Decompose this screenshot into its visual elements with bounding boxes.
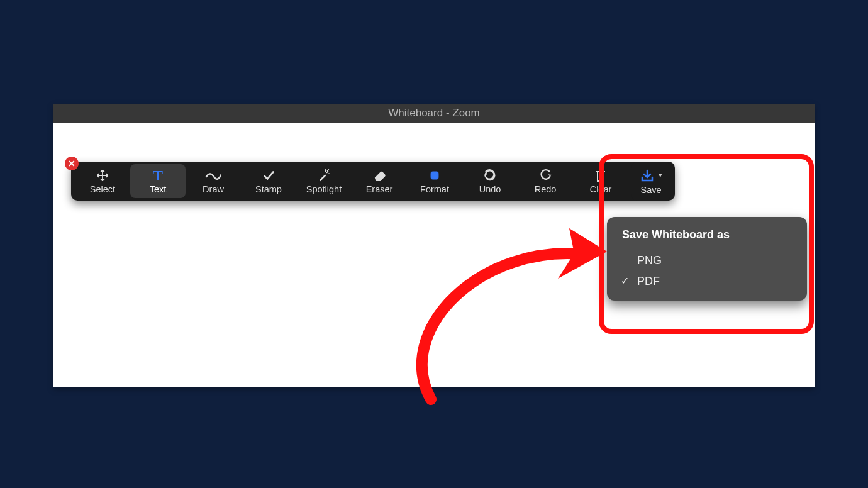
tool-label: Eraser	[366, 185, 393, 194]
option-label: PNG	[637, 254, 662, 267]
save-option-png[interactable]: PNG	[616, 250, 798, 271]
dropdown-title: Save Whiteboard as	[616, 228, 798, 241]
tool-label: Spotlight	[306, 185, 342, 194]
whiteboard-window: Whiteboard - Zoom ✕ Select T	[53, 104, 815, 387]
tool-label: Select	[90, 185, 115, 194]
check-icon: ✓	[621, 275, 629, 287]
chevron-down-icon[interactable]: ▾	[659, 171, 662, 179]
format-icon	[428, 168, 442, 183]
tool-label: Save	[640, 185, 661, 195]
option-label: PDF	[637, 275, 660, 287]
save-dropdown: Save Whiteboard as PNG ✓ PDF	[607, 217, 807, 301]
tool-label: Draw	[203, 185, 224, 194]
download-icon	[640, 169, 655, 182]
whiteboard-canvas[interactable]: ✕ Select T Text	[53, 123, 815, 387]
tool-label: Stamp	[255, 185, 282, 194]
tool-label: Redo	[535, 185, 557, 194]
save-tool-group: ▾ Save	[631, 162, 671, 201]
tool-label: Clear	[590, 185, 612, 194]
spotlight-icon	[317, 168, 331, 183]
text-tool[interactable]: T Text	[130, 164, 186, 198]
select-tool[interactable]: Select	[75, 162, 130, 201]
tool-label: Undo	[479, 185, 501, 194]
svg-text:T: T	[153, 168, 163, 183]
svg-rect-1	[431, 172, 439, 180]
tool-label: Format	[420, 185, 449, 194]
window-title: Whiteboard - Zoom	[388, 107, 480, 119]
eraser-tool[interactable]: Eraser	[352, 162, 407, 201]
spotlight-tool[interactable]: Spotlight	[296, 162, 352, 201]
trash-icon	[594, 168, 607, 183]
text-icon: T	[150, 168, 165, 183]
tool-label: Text	[150, 185, 167, 194]
move-icon	[96, 168, 109, 183]
annotation-arrow	[355, 217, 620, 406]
draw-icon	[205, 168, 221, 183]
redo-icon	[538, 168, 552, 183]
eraser-icon	[372, 168, 386, 183]
save-button[interactable]: ▾ Save	[631, 162, 671, 201]
format-tool[interactable]: Format	[407, 162, 462, 201]
draw-tool[interactable]: Draw	[186, 162, 241, 201]
undo-icon	[483, 168, 497, 183]
window-titlebar: Whiteboard - Zoom	[53, 104, 815, 123]
clear-tool[interactable]: Clear	[573, 162, 628, 201]
stamp-icon	[262, 168, 275, 183]
redo-tool[interactable]: Redo	[518, 162, 573, 201]
undo-tool[interactable]: Undo	[462, 162, 518, 201]
stamp-tool[interactable]: Stamp	[241, 162, 296, 201]
save-option-pdf[interactable]: ✓ PDF	[616, 271, 798, 292]
annotation-toolbar: ✕ Select T Text	[71, 162, 675, 201]
